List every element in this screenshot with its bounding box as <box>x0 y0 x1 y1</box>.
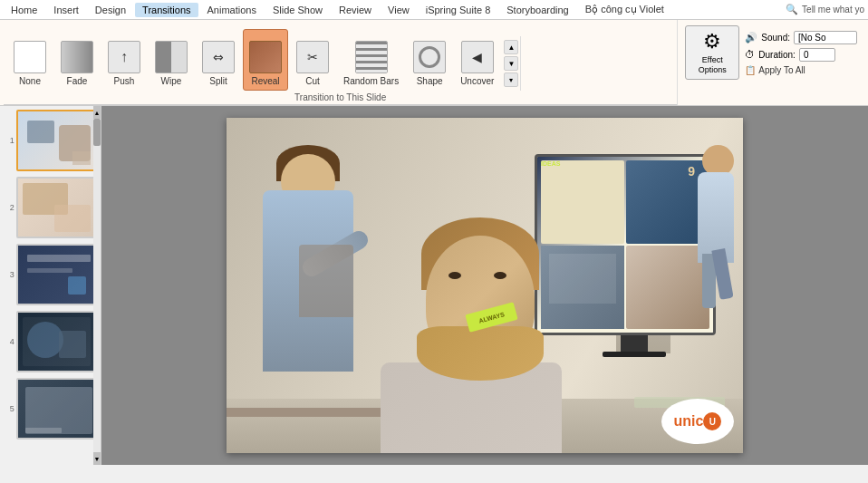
split-icon: ⇔ <box>202 41 235 73</box>
transition-wipe-button[interactable]: Wipe <box>149 29 194 91</box>
duration-input[interactable] <box>799 48 835 62</box>
eye-right <box>494 272 506 279</box>
scroll-down-button[interactable]: ▼ <box>93 452 101 465</box>
duration-label: Duration: <box>758 50 796 60</box>
main-area: 1 2 3 <box>0 106 868 465</box>
main-person: ALWAYS <box>371 181 571 453</box>
slide-content-area: IDEAS 9 <box>101 106 868 465</box>
uncover-label: Uncover <box>460 76 494 86</box>
transition-shape-button[interactable]: Shape <box>407 29 452 91</box>
monitor-stand <box>621 335 648 353</box>
logo-u-text: unic <box>674 413 704 430</box>
scroll-thumb[interactable] <box>93 119 101 146</box>
monitor-label: IDEAS <box>541 160 560 167</box>
sound-row: 🔊 Sound: <box>745 31 857 44</box>
fade-label: Fade <box>67 76 88 86</box>
menu-review[interactable]: Review <box>332 3 379 17</box>
none-icon <box>14 41 46 73</box>
effect-options-label: EffectOptions <box>699 55 727 75</box>
randombars-label: Random Bars <box>343 76 399 86</box>
wipe-icon <box>155 41 188 73</box>
menu-ispring[interactable]: iSpring Suite 8 <box>419 3 498 17</box>
none-label: None <box>19 76 41 86</box>
split-label: Split <box>209 76 227 86</box>
cut-icon: ✂ <box>296 41 329 73</box>
vertical-scrollbar[interactable]: ▲ ▼ <box>93 106 101 465</box>
sound-icon: 🔊 <box>745 32 757 43</box>
slide-thumb-3[interactable] <box>16 244 97 305</box>
scroll-up-button[interactable]: ▲ <box>93 106 101 119</box>
reveal-label: Reveal <box>251 76 279 86</box>
monitor-base <box>603 352 666 357</box>
push-icon: ↑ <box>108 41 140 73</box>
eye-left <box>448 272 461 279</box>
apply-all-icon: 📋 <box>745 65 756 75</box>
fade-icon <box>61 41 93 73</box>
menu-slideshow[interactable]: Slide Show <box>265 3 330 17</box>
sound-label: Sound: <box>761 33 790 43</box>
slide-thumb-5[interactable] <box>16 378 97 440</box>
tell-me-input[interactable]: Tell me what yo <box>802 5 864 14</box>
reveal-icon <box>249 41 282 73</box>
slide-canvas: IDEAS 9 <box>227 118 743 453</box>
duration-icon: ⏱ <box>745 49 755 60</box>
beard <box>417 326 544 381</box>
transition-fade-button[interactable]: Fade <box>54 29 100 91</box>
transition-uncover-button[interactable]: ◀ Uncover <box>454 29 500 91</box>
scroll-expand-arrow[interactable]: ▾ <box>504 72 518 87</box>
apply-row: 📋 Apply To All <box>745 65 857 75</box>
transition-push-button[interactable]: ↑ Push <box>101 29 147 91</box>
walking-person <box>689 145 743 326</box>
transition-cut-button[interactable]: ✂ Cut <box>290 29 335 91</box>
menu-view[interactable]: View <box>381 3 417 17</box>
transition-randombars-button[interactable]: Random Bars <box>337 29 405 91</box>
shape-icon <box>413 41 446 73</box>
randombars-icon <box>355 41 388 73</box>
menu-insert[interactable]: Insert <box>46 3 86 17</box>
slide-panel: 1 2 3 <box>0 106 101 465</box>
scroll-down-arrow[interactable]: ▼ <box>504 56 518 71</box>
duration-row: ⏱ Duration: <box>745 48 857 62</box>
uncover-icon: ◀ <box>461 41 494 73</box>
menu-design[interactable]: Design <box>88 3 133 17</box>
menu-storyboarding[interactable]: Storyboarding <box>499 3 576 17</box>
office-photo: IDEAS 9 <box>227 118 743 453</box>
effect-options-icon: ⚙ <box>703 30 721 53</box>
transition-split-button[interactable]: ⇔ Split <box>196 29 241 91</box>
transition-none-button[interactable]: None <box>7 29 53 91</box>
slide-thumb-4[interactable] <box>16 311 97 372</box>
slide-thumb-2[interactable] <box>16 177 97 238</box>
search-icon: 🔍 <box>786 4 798 15</box>
menu-home[interactable]: Home <box>4 3 44 17</box>
ribbon: None Fade ↑ Push Wipe <box>0 20 868 106</box>
apply-all-button[interactable]: 📋 Apply To All <box>745 65 805 75</box>
shape-label: Shape <box>417 76 443 86</box>
menu-violet[interactable]: Bộ công cụ Violet <box>578 2 671 17</box>
scroll-up-arrow[interactable]: ▲ <box>504 40 518 54</box>
menu-transitions[interactable]: Transitions <box>135 3 198 17</box>
effect-options-button[interactable]: ⚙ EffectOptions <box>685 25 739 80</box>
menu-bar: Home Insert Design Transitions Animation… <box>0 0 868 20</box>
wipe-label: Wipe <box>161 76 182 86</box>
slide-thumb-1[interactable] <box>16 110 97 171</box>
transition-section-label: Transition to This Slide <box>4 91 677 105</box>
ribbon-scroll: ▲ ▼ ▾ <box>502 36 521 91</box>
chair <box>299 245 353 317</box>
apply-all-label: Apply To All <box>758 65 805 75</box>
push-label: Push <box>114 76 135 86</box>
logo-circle: U <box>703 412 721 430</box>
transition-reveal-button[interactable]: Reveal <box>243 29 288 91</box>
menu-animations[interactable]: Animations <box>200 3 264 17</box>
sound-input[interactable] <box>794 31 857 44</box>
cut-label: Cut <box>305 76 320 86</box>
logo-overlay: unic U <box>661 399 734 444</box>
